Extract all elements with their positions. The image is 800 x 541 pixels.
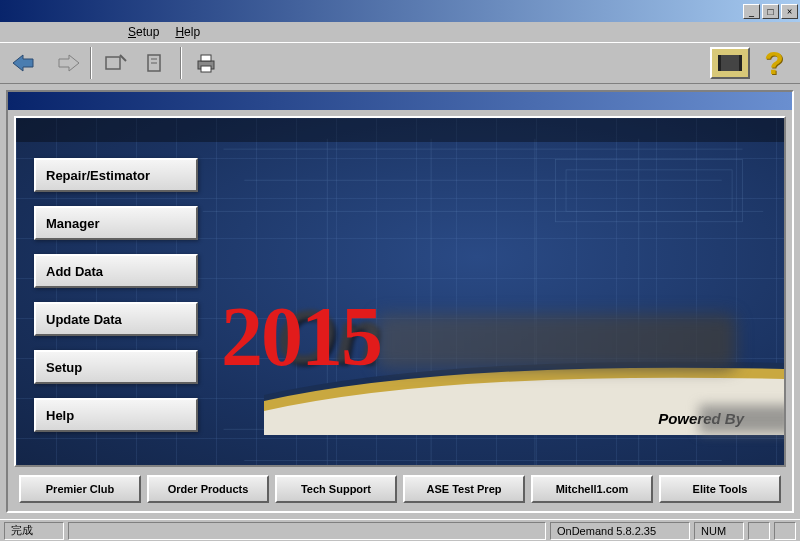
bottom-btn-order-products[interactable]: Order Products (147, 475, 269, 503)
svg-rect-0 (106, 57, 120, 69)
bottom-btn-ase-test-prep[interactable]: ASE Test Prep (403, 475, 525, 503)
svg-rect-6 (201, 66, 211, 72)
header-band (16, 118, 784, 142)
back-icon[interactable] (8, 47, 44, 79)
svg-rect-5 (201, 55, 211, 61)
inner-titlebar (8, 92, 792, 110)
help-icon[interactable]: ? (756, 47, 792, 79)
sidebar-item-add-data[interactable]: Add Data (34, 254, 198, 288)
status-cell (748, 522, 770, 540)
svg-rect-11 (566, 170, 732, 212)
titlebar: _ □ × (0, 0, 800, 22)
forward-icon[interactable] (48, 47, 84, 79)
close-button[interactable]: × (781, 4, 798, 19)
blurred-region (376, 314, 736, 369)
year-overlay: 2015 (221, 288, 381, 385)
menu-setup[interactable]: SSetupetup (120, 23, 167, 41)
toolbar-separator (180, 47, 182, 79)
minimize-button[interactable]: _ (743, 4, 760, 19)
maximize-button[interactable]: □ (762, 4, 779, 19)
sidebar-menu: Repair/Estimator Manager Add Data Update… (34, 158, 198, 432)
status-ready: 完成 (4, 522, 64, 540)
svg-rect-10 (556, 160, 743, 222)
tool-icon-2[interactable] (138, 47, 174, 79)
svg-rect-7 (718, 55, 742, 71)
bottom-btn-premier-club[interactable]: Premier Club (19, 475, 141, 503)
sidebar-item-setup[interactable]: Setup (34, 350, 198, 384)
main-panel: Repair/Estimator Manager Add Data Update… (8, 110, 792, 511)
toolbar: ? (0, 42, 800, 84)
sidebar-item-manager[interactable]: Manager (34, 206, 198, 240)
tool-icon-1[interactable] (98, 47, 134, 79)
status-spacer (68, 522, 546, 540)
bottom-button-row: Premier Club Order Products Tech Support… (14, 467, 786, 505)
blurred-region (699, 405, 786, 433)
svg-rect-8 (718, 55, 721, 71)
status-cell (774, 522, 796, 540)
bottom-btn-tech-support[interactable]: Tech Support (275, 475, 397, 503)
status-version: OnDemand 5.8.2.35 (550, 522, 690, 540)
viewport: Repair/Estimator Manager Add Data Update… (14, 116, 786, 467)
film-icon[interactable] (710, 47, 750, 79)
sidebar-item-repair-estimator[interactable]: Repair/Estimator (34, 158, 198, 192)
bottom-btn-mitchell1[interactable]: Mitchell1.com (531, 475, 653, 503)
print-icon[interactable] (188, 47, 224, 79)
svg-rect-9 (739, 55, 742, 71)
statusbar: 完成 OnDemand 5.8.2.35 NUM (0, 519, 800, 541)
inner-panel: Repair/Estimator Manager Add Data Update… (6, 90, 794, 513)
bottom-btn-elite-tools[interactable]: Elite Tools (659, 475, 781, 503)
status-numlock: NUM (694, 522, 744, 540)
sidebar-item-update-data[interactable]: Update Data (34, 302, 198, 336)
toolbar-separator (90, 47, 92, 79)
menu-help[interactable]: HHelpelp (167, 23, 208, 41)
content-area: Repair/Estimator Manager Add Data Update… (0, 84, 800, 519)
sidebar-item-help[interactable]: Help (34, 398, 198, 432)
menubar: SSetupetup HHelpelp (0, 22, 800, 42)
app-window: _ □ × SSetupetup HHelpelp (0, 0, 800, 541)
window-controls: _ □ × (743, 4, 798, 19)
